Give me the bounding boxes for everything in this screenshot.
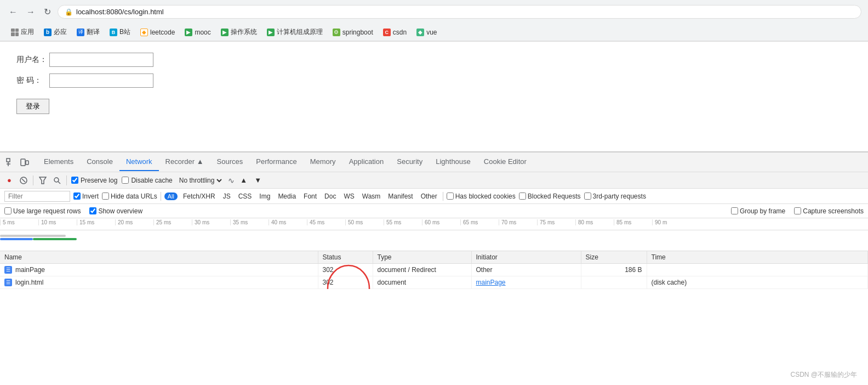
filter-type-all[interactable]: All xyxy=(164,192,178,200)
blocked-requests-input[interactable] xyxy=(519,192,526,200)
col-status: Status xyxy=(318,251,373,264)
third-party-checkbox[interactable]: 3rd-party requests xyxy=(584,192,646,200)
record-button[interactable]: ● xyxy=(4,175,14,185)
password-label: 密 码： xyxy=(16,76,49,86)
filter-type-font[interactable]: Font xyxy=(301,192,319,201)
tab-security[interactable]: Security xyxy=(390,153,429,171)
svg-rect-3 xyxy=(21,159,25,166)
bookmark-mooc[interactable]: ▶ mooc xyxy=(180,27,215,38)
filter-type-img[interactable]: Img xyxy=(257,192,272,201)
filter-type-other[interactable]: Other xyxy=(419,192,439,201)
filter-type-wasm[interactable]: Wasm xyxy=(360,192,383,201)
bookmark-apps-label: 应用 xyxy=(21,27,34,37)
console-drawer-icon[interactable] xyxy=(19,156,31,168)
clear-button[interactable] xyxy=(19,175,28,185)
waterfall-bar-3 xyxy=(33,238,77,240)
blocked-requests-checkbox[interactable]: Blocked Requests xyxy=(519,192,581,200)
svg-line-6 xyxy=(22,179,25,182)
show-overview-label: Show overview xyxy=(98,207,142,215)
bookmark-os[interactable]: ▶ 操作系统 xyxy=(216,26,261,38)
bookmark-csdn[interactable]: C csdn xyxy=(379,27,411,38)
filter-type-manifest[interactable]: Manifest xyxy=(386,192,415,201)
show-overview-input[interactable] xyxy=(89,207,96,214)
timeline-container: 5 ms 10 ms 15 ms 20 ms 25 ms 30 ms 35 ms… xyxy=(0,218,868,251)
export-icon[interactable]: ▼ xyxy=(253,175,263,185)
tick-50ms: 50 ms xyxy=(345,219,384,225)
initiator-cell-mainpage: Other xyxy=(471,264,581,276)
username-input[interactable] xyxy=(49,53,153,67)
bookmark-leetcode[interactable]: ◆ leetcode xyxy=(136,27,179,38)
filter-divider xyxy=(161,192,161,201)
capture-screenshots-input[interactable] xyxy=(794,207,801,214)
invert-input[interactable] xyxy=(73,192,81,200)
filter-type-css[interactable]: CSS xyxy=(236,192,254,201)
disable-cache-input[interactable] xyxy=(122,177,129,184)
tab-lighthouse[interactable]: Lighthouse xyxy=(429,153,477,171)
tab-elements[interactable]: Elements xyxy=(37,153,80,171)
tick-80ms: 80 ms xyxy=(575,219,614,225)
svg-marker-7 xyxy=(39,177,46,184)
tab-sources[interactable]: Sources xyxy=(210,153,250,171)
bookmark-apps[interactable]: 应用 xyxy=(7,26,38,38)
tab-memory[interactable]: Memory xyxy=(304,153,342,171)
tab-application[interactable]: Application xyxy=(342,153,391,171)
csdn-icon: C xyxy=(383,29,391,36)
col-time: Time xyxy=(647,251,868,264)
preserve-log-label: Preserve log xyxy=(81,177,117,184)
password-input[interactable] xyxy=(49,73,153,88)
filter-type-media[interactable]: Media xyxy=(276,192,298,201)
initiator-link-mainpage[interactable]: mainPage xyxy=(476,279,506,286)
has-blocked-cookies-checkbox[interactable]: Has blocked cookies xyxy=(447,192,516,200)
import-icon[interactable]: ▲ xyxy=(239,175,249,185)
invert-checkbox[interactable]: Invert xyxy=(73,192,99,200)
element-picker-icon[interactable] xyxy=(4,156,16,168)
toolbar-separator-1 xyxy=(33,175,33,185)
bookmark-bing[interactable]: b 必应 xyxy=(39,26,71,38)
preserve-log-input[interactable] xyxy=(71,177,78,184)
tick-70ms: 70 ms xyxy=(499,219,537,225)
large-rows-checkbox[interactable]: Use large request rows xyxy=(4,207,81,215)
filter-input[interactable] xyxy=(4,191,70,202)
tab-console[interactable]: Console xyxy=(80,153,119,171)
filter-icon[interactable] xyxy=(38,175,48,185)
bookmark-vue[interactable]: ◆ vue xyxy=(412,27,441,38)
bookmark-bilibili[interactable]: B B站 xyxy=(105,26,135,38)
tab-cookie-editor[interactable]: Cookie Editor xyxy=(477,153,533,171)
group-by-frame-checkbox[interactable]: Group by frame xyxy=(731,207,785,215)
tab-recorder[interactable]: Recorder ▲ xyxy=(159,153,210,171)
os-icon: ▶ xyxy=(221,29,229,36)
hide-data-urls-checkbox[interactable]: Hide data URLs xyxy=(102,192,157,200)
bookmark-translate[interactable]: 译 翻译 xyxy=(72,26,104,38)
filter-type-doc[interactable]: Doc xyxy=(322,192,338,201)
login-button[interactable]: 登录 xyxy=(16,99,49,114)
forward-button[interactable]: → xyxy=(24,5,37,19)
filter-type-js[interactable]: JS xyxy=(221,192,233,201)
network-toolbar: ● Preserve log Disable cache No throttli… xyxy=(0,172,868,189)
col-initiator: Initiator xyxy=(471,251,581,264)
svg-point-8 xyxy=(54,178,59,182)
capture-screenshots-checkbox[interactable]: Capture screenshots xyxy=(794,207,864,215)
throttling-select[interactable]: No throttling Fast 3G Slow 3G xyxy=(177,176,224,185)
address-bar[interactable]: 🔒 localhost:8080/cs/login.html xyxy=(58,5,861,19)
third-party-input[interactable] xyxy=(584,192,591,200)
tab-network[interactable]: Network xyxy=(119,153,159,171)
filter-type-fetch[interactable]: Fetch/XHR xyxy=(181,192,218,201)
hide-data-urls-input[interactable] xyxy=(102,192,109,200)
back-button[interactable]: ← xyxy=(7,5,20,19)
tab-performance[interactable]: Performance xyxy=(249,153,303,171)
show-overview-checkbox[interactable]: Show overview xyxy=(89,207,142,215)
filter-type-ws[interactable]: WS xyxy=(341,192,356,201)
network-table: Name Status Type Initiator Size Time ☰ m… xyxy=(0,251,868,289)
bookmark-computer-org[interactable]: ▶ 计算机组成原理 xyxy=(262,26,327,38)
large-rows-input[interactable] xyxy=(4,207,12,214)
search-icon[interactable] xyxy=(52,175,62,185)
filename-loginhtml: login.html xyxy=(15,279,43,286)
tick-65ms: 65 ms xyxy=(460,219,499,225)
bookmark-springboot[interactable]: ⚙ springboot xyxy=(328,27,378,38)
group-by-frame-input[interactable] xyxy=(731,207,738,214)
disable-cache-checkbox[interactable]: Disable cache xyxy=(122,177,172,184)
has-blocked-cookies-input[interactable] xyxy=(447,192,454,200)
lock-icon: 🔒 xyxy=(65,8,73,16)
reload-button[interactable]: ↻ xyxy=(42,4,53,19)
preserve-log-checkbox[interactable]: Preserve log xyxy=(71,177,117,184)
